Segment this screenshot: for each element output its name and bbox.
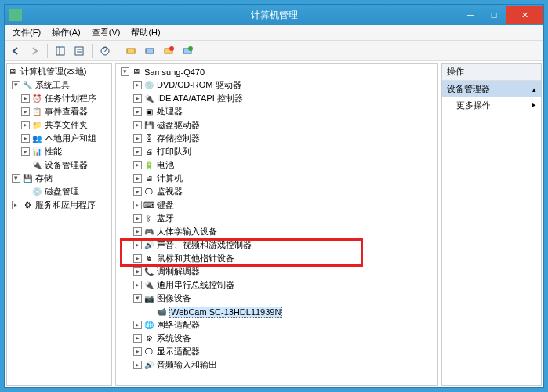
menu-view[interactable]: 查看(V): [87, 25, 125, 40]
expand-icon[interactable]: ▸: [133, 94, 142, 103]
collapse-icon[interactable]: ▾: [133, 294, 142, 303]
category-label: 键盘: [157, 199, 174, 211]
device-category[interactable]: ▸🔌通用串行总线控制器: [116, 278, 437, 292]
uninstall-button[interactable]: [161, 43, 176, 59]
device-imaging[interactable]: ▾📷图像设备: [116, 292, 437, 305]
expand-icon[interactable]: ▸: [133, 107, 142, 116]
device-category[interactable]: ▸🔌IDE ATA/ATAPI 控制器: [116, 92, 437, 105]
expand-icon[interactable]: ▸: [133, 267, 142, 276]
device-icon: 🎮: [143, 227, 154, 238]
expand-icon[interactable]: ▸: [133, 361, 142, 369]
expand-icon[interactable]: ▸: [133, 161, 142, 169]
toolbar: ?: [5, 41, 543, 61]
expand-icon[interactable]: ▸: [133, 347, 142, 356]
update-button[interactable]: [142, 43, 158, 59]
expand-icon[interactable]: ▸: [133, 334, 142, 343]
expand-icon[interactable]: ▸: [21, 94, 30, 103]
expand-icon[interactable]: ▸: [133, 81, 142, 89]
device-category[interactable]: ▸⚙系统设备: [116, 332, 437, 345]
tree-event-viewer[interactable]: ▸📋事件查看器: [7, 105, 111, 118]
expand-icon[interactable]: ▸: [133, 121, 142, 129]
collapse-icon[interactable]: ▾: [12, 81, 20, 89]
right-pane: 操作 设备管理器 ▴ 更多操作 ▸: [441, 63, 542, 386]
collapse-icon[interactable]: ▾: [12, 174, 20, 183]
svg-rect-0: [56, 47, 64, 55]
expand-icon[interactable]: ▸: [12, 201, 20, 209]
tree-task-scheduler[interactable]: ▸⏰任务计划程序: [7, 92, 111, 105]
device-category[interactable]: ▸📞调制解调器: [116, 265, 437, 278]
expand-icon[interactable]: ▸: [133, 187, 142, 196]
forward-button[interactable]: [27, 43, 42, 59]
tree-performance[interactable]: ▸📊性能: [7, 145, 111, 158]
device-category[interactable]: ▸🖵显示适配器: [116, 345, 437, 358]
device-category[interactable]: ▸🔋电池: [116, 158, 437, 172]
device-category[interactable]: ▸▣处理器: [116, 105, 437, 118]
actions-section[interactable]: 设备管理器 ▴: [442, 81, 541, 97]
menu-file[interactable]: 文件(F): [8, 25, 45, 40]
menu-action[interactable]: 操作(A): [47, 25, 85, 40]
expand-icon[interactable]: ▸: [133, 241, 142, 249]
titlebar[interactable]: 计算机管理 ─ □ ✕: [5, 5, 543, 25]
svg-rect-8: [146, 49, 154, 53]
device-category[interactable]: ▸🔊音频输入和输出: [116, 358, 437, 372]
category-label: 图像设备: [157, 292, 191, 304]
device-icon: 🔊: [143, 240, 154, 251]
device-icon: 💾: [143, 120, 154, 131]
tree-storage[interactable]: ▾💾存储: [7, 172, 111, 185]
expand-icon[interactable]: ▸: [21, 121, 30, 129]
tree-system-tools[interactable]: ▾🔧系统工具: [7, 78, 111, 92]
back-button[interactable]: [8, 43, 24, 59]
expand-icon[interactable]: ▸: [21, 134, 30, 143]
menu-help[interactable]: 帮助(H): [126, 25, 165, 40]
expand-icon[interactable]: ▸: [133, 214, 142, 223]
disable-button[interactable]: [180, 43, 195, 59]
camera-icon: 📷: [143, 293, 154, 304]
more-actions[interactable]: 更多操作 ▸: [442, 97, 541, 114]
expand-icon[interactable]: ▸: [21, 107, 30, 116]
device-category[interactable]: ▸🖨打印队列: [116, 145, 437, 158]
device-category[interactable]: ▸🖥计算机: [116, 172, 437, 185]
device-category[interactable]: ▸🌐网络适配器: [116, 318, 437, 332]
scan-button[interactable]: [123, 43, 139, 59]
category-label: 打印队列: [157, 146, 191, 158]
device-category[interactable]: ▸💿DVD/CD-ROM 驱动器: [116, 78, 437, 92]
expand-icon[interactable]: ▸: [133, 281, 142, 289]
expand-icon[interactable]: ▸: [133, 147, 142, 156]
expand-icon[interactable]: ▸: [133, 321, 142, 329]
tree-device-manager[interactable]: 🔌设备管理器: [7, 158, 111, 172]
collapse-icon[interactable]: ▾: [121, 67, 129, 76]
minimize-button[interactable]: ─: [459, 6, 482, 24]
maximize-button[interactable]: □: [482, 6, 506, 24]
device-webcam[interactable]: 📹WebCam SC-13HDL11939N: [116, 305, 437, 318]
device-category[interactable]: ▸ᛒ蓝牙: [116, 212, 437, 225]
tree-disk-mgmt[interactable]: 💿磁盘管理: [7, 185, 111, 198]
device-category[interactable]: ▸🖱鼠标和其他指针设备: [116, 252, 437, 265]
expand-icon[interactable]: ▸: [133, 134, 142, 143]
device-category[interactable]: ▸⌨键盘: [116, 198, 437, 212]
tree-services[interactable]: ▸⚙服务和应用程序: [7, 198, 111, 212]
category-label: 监视器: [157, 186, 183, 198]
expand-icon[interactable]: ▸: [21, 147, 30, 156]
category-label: 磁盘驱动器: [157, 119, 200, 131]
close-button[interactable]: ✕: [506, 6, 543, 24]
tree-shared-folders[interactable]: ▸📁共享文件夹: [7, 118, 111, 132]
device-category[interactable]: ▸💾磁盘驱动器: [116, 118, 437, 132]
expand-icon[interactable]: ▸: [133, 174, 142, 183]
tree-root[interactable]: 🖥计算机管理(本地): [7, 65, 111, 78]
properties-button[interactable]: [71, 43, 87, 59]
help-button[interactable]: ?: [97, 43, 113, 59]
device-root[interactable]: ▾🖥Samsung-Q470: [116, 65, 437, 78]
tree-local-users[interactable]: ▸👥本地用户和组: [7, 132, 111, 145]
expand-icon[interactable]: ▸: [133, 201, 142, 209]
expand-icon[interactable]: ▸: [133, 227, 142, 236]
show-hide-button[interactable]: [53, 43, 68, 59]
device-category[interactable]: ▸🖵监视器: [116, 185, 437, 198]
device-category[interactable]: ▸🔊声音、视频和游戏控制器: [116, 238, 437, 252]
category-label: 电池: [157, 159, 174, 171]
device-category[interactable]: ▸🗄存储控制器: [116, 132, 437, 145]
device-category[interactable]: ▸🎮人体学输入设备: [116, 225, 437, 238]
actions-header: 操作: [442, 64, 541, 81]
more-label: 更多操作: [456, 100, 491, 111]
device-icon: 🔊: [143, 360, 154, 371]
expand-icon[interactable]: ▸: [133, 254, 142, 263]
